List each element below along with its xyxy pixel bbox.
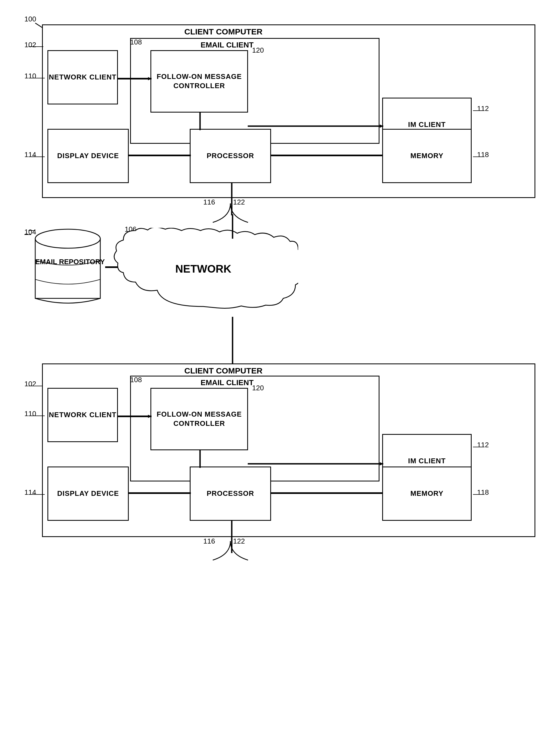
bottom-client-computer-label: CLIENT COMPUTER: [184, 366, 263, 375]
diagram-container: 100 CLIENT COMPUTER 102 EMAIL CLIENT 108…: [0, 0, 560, 744]
bottom-110-line: [29, 413, 49, 418]
bottom-118-line: [473, 492, 486, 497]
top-fmc-to-im-line: [248, 123, 383, 129]
bottom-114-line: [29, 492, 49, 497]
bottom-ref-120: 120: [252, 384, 264, 392]
top-110-line: [29, 75, 49, 81]
top-118-line: [473, 154, 486, 159]
top-memory-box: MEMORY: [382, 129, 472, 183]
top-102-line: [29, 44, 47, 49]
bottom-112-line: [473, 444, 486, 450]
bottom-processor-box: PROCESSOR: [190, 467, 271, 521]
top-ref-120: 120: [252, 46, 264, 54]
top-proc-to-network-line: [230, 214, 235, 239]
top-114-line: [29, 154, 49, 159]
bottom-ref-108: 108: [130, 376, 142, 384]
network-cloud: NETWORK: [109, 228, 298, 318]
top-ref-108: 108: [130, 38, 142, 46]
network-to-bottom-line: [230, 317, 235, 366]
top-processor-box: PROCESSOR: [190, 129, 271, 183]
top-proc-curve: [210, 203, 264, 225]
bottom-network-client-box: NETWORK CLIENT: [47, 388, 118, 442]
top-client-computer-label: CLIENT COMPUTER: [184, 27, 263, 36]
bottom-memory-box: MEMORY: [382, 467, 472, 521]
top-email-client-label: EMAIL CLIENT: [201, 41, 253, 49]
top-fmc-to-proc-line: [197, 113, 203, 130]
bottom-follow-on-box: FOLLOW-ON MESSAGE CONTROLLER: [151, 388, 248, 450]
bottom-nc-to-fmc-line: [118, 414, 152, 419]
svg-point-17: [35, 229, 100, 248]
bottom-proc-to-mem-line: [271, 490, 383, 496]
bottom-102-line: [29, 383, 43, 389]
svg-marker-29: [148, 415, 152, 418]
top-proc-to-mem-line: [271, 153, 383, 158]
top-nc-to-fmc-line: [118, 76, 152, 81]
top-112-line: [473, 108, 486, 113]
top-display-to-proc-line: [128, 153, 191, 158]
bottom-display-box: DISPLAY DEVICE: [47, 467, 129, 521]
svg-text:NETWORK: NETWORK: [175, 263, 232, 275]
bottom-email-client-label: EMAIL CLIENT: [201, 378, 253, 387]
bottom-proc-curve: [210, 541, 264, 563]
bottom-display-to-proc-line: [128, 490, 191, 496]
ref-106-line: [29, 228, 37, 233]
svg-marker-8: [148, 77, 152, 80]
top-display-box: DISPLAY DEVICE: [47, 129, 129, 183]
svg-marker-31: [380, 462, 383, 466]
top-follow-on-box: FOLLOW-ON MESSAGE CONTROLLER: [151, 50, 248, 113]
bottom-fmc-to-proc-line: [197, 450, 203, 468]
top-network-client-box: NETWORK CLIENT: [47, 50, 118, 104]
svg-marker-10: [380, 124, 383, 128]
bottom-fmc-to-im-line: [248, 461, 383, 467]
email-repository-label: EMAIL REPOSITORY: [35, 258, 100, 266]
